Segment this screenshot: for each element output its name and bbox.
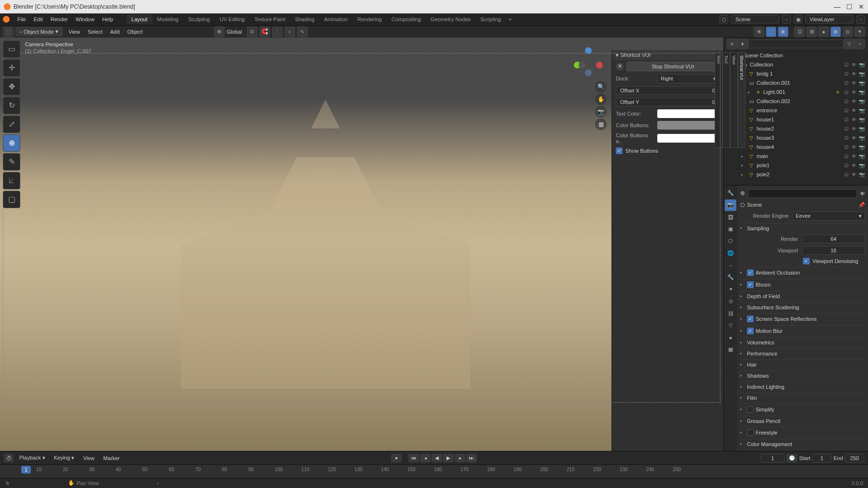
menu-help[interactable]: Help: [98, 16, 117, 22]
hide-toggle[interactable]: 👁: [851, 145, 857, 150]
world-tab-icon[interactable]: 🌐: [725, 248, 736, 259]
exclude-toggle[interactable]: ☑: [843, 99, 850, 104]
disclosure-icon[interactable]: ▸: [741, 163, 746, 168]
move-tool[interactable]: ✥: [3, 78, 20, 95]
disable-toggle[interactable]: 📷: [858, 80, 865, 86]
exclude-toggle[interactable]: ☑: [843, 163, 850, 168]
disable-toggle[interactable]: 📷: [858, 154, 865, 159]
hide-toggle[interactable]: 👁: [851, 90, 857, 95]
section-grease-pencil[interactable]: ▸Grease Pencil: [740, 416, 865, 426]
tree-row[interactable]: ▸▽pole2☑👁📷: [724, 170, 868, 179]
workspace-tab-scripting[interactable]: Scripting: [475, 14, 506, 24]
dock-dropdown[interactable]: Right ▾: [657, 74, 719, 83]
tree-row[interactable]: ▸▽main☑👁📷: [724, 152, 868, 161]
section-depth-of-field[interactable]: ▸Depth of Field: [740, 291, 865, 301]
menu-render[interactable]: Render: [47, 16, 72, 22]
clock-icon[interactable]: 🕐: [787, 454, 797, 462]
proportional-icon[interactable]: ○: [285, 26, 295, 37]
editor-type-icon[interactable]: ⬚: [3, 26, 14, 37]
perspective-icon[interactable]: ▦: [595, 119, 607, 130]
jump-end-icon[interactable]: ⏭: [466, 454, 477, 462]
disclosure-icon[interactable]: ▸: [741, 172, 746, 177]
pivot-icon[interactable]: ⊙: [247, 26, 258, 37]
marker-menu[interactable]: Marker: [100, 455, 122, 461]
section-checkbox[interactable]: ✓: [747, 316, 754, 322]
breadcrumb[interactable]: ⬡ Scene 📌: [740, 200, 865, 210]
section-checkbox[interactable]: ✓: [747, 328, 754, 334]
disable-toggle[interactable]: 📷: [858, 108, 865, 113]
camera-icon[interactable]: 📷: [595, 106, 607, 118]
scene-browse-icon[interactable]: ⬡: [719, 15, 728, 24]
play-icon[interactable]: ▶: [443, 454, 454, 462]
orientation-icon[interactable]: ⊕: [214, 26, 225, 37]
workspace-tab-compositing[interactable]: Compositing: [387, 14, 426, 24]
scale-tool[interactable]: ⤢: [3, 116, 20, 133]
menu-object[interactable]: Object: [123, 29, 147, 35]
stop-shortcut-button[interactable]: Stop Shortcut VUr: [626, 62, 719, 71]
workspace-tab-sculpting[interactable]: Sculpting: [183, 14, 215, 24]
section-volumetrics[interactable]: ▸Volumetrics: [740, 337, 865, 347]
hide-toggle[interactable]: 👁: [851, 108, 857, 113]
timeline-editor-icon[interactable]: ⏱: [4, 454, 14, 462]
workspace-tab-texture-paint[interactable]: Texture Paint: [249, 14, 290, 24]
workspace-tab-geometry-nodes[interactable]: Geometry Nodes: [426, 14, 475, 24]
keyframe-next-icon[interactable]: ▸: [455, 454, 465, 462]
filter-icon[interactable]: ▽: [844, 39, 854, 49]
workspace-tab-rendering[interactable]: Rendering: [353, 14, 387, 24]
exclude-toggle[interactable]: ☑: [843, 135, 850, 141]
properties-search[interactable]: [748, 189, 857, 198]
select-tool[interactable]: ▭: [3, 40, 20, 58]
z-neg-axis-icon[interactable]: [585, 69, 592, 76]
section-motion-blur[interactable]: ▸✓Motion Blur: [740, 325, 865, 336]
options-icon[interactable]: ⚙: [740, 190, 745, 197]
disable-toggle[interactable]: 📷: [858, 172, 865, 177]
section-checkbox[interactable]: [747, 406, 754, 413]
snap-icon[interactable]: 🧲: [259, 26, 270, 37]
hide-toggle[interactable]: 👁: [851, 172, 857, 177]
viewlayer-new-icon[interactable]: ▫: [856, 15, 865, 24]
viewport-denoising-checkbox[interactable]: ✓: [803, 258, 810, 264]
x-axis-icon[interactable]: [596, 62, 603, 68]
disclosure-icon[interactable]: ▸: [741, 154, 746, 158]
hide-toggle[interactable]: 👁: [851, 163, 857, 168]
hide-toggle[interactable]: 👁: [851, 99, 857, 104]
exclude-toggle[interactable]: ☑: [843, 145, 850, 150]
keyframe-prev-icon[interactable]: ◂: [420, 454, 431, 462]
material-shading-icon[interactable]: ◉: [830, 26, 841, 37]
overlays-icon[interactable]: ◉: [778, 26, 788, 37]
n-panel-tab-item[interactable]: Item: [715, 52, 722, 148]
xray-icon[interactable]: ⊡: [794, 26, 805, 37]
disable-toggle[interactable]: 📷: [858, 145, 865, 150]
section-bloom[interactable]: ▸✓Bloom: [740, 279, 865, 290]
pan-icon[interactable]: ✋: [595, 93, 607, 105]
hide-toggle[interactable]: 👁: [851, 135, 857, 141]
playhead[interactable]: 1: [21, 466, 31, 474]
menu-window[interactable]: Window: [72, 16, 98, 22]
solid-shading-icon[interactable]: ●: [818, 26, 829, 37]
section-performance[interactable]: ▸Performance: [740, 348, 865, 358]
show-buttons-checkbox[interactable]: ✓: [616, 147, 623, 154]
close-icon[interactable]: ✕: [616, 63, 624, 70]
view-menu[interactable]: View: [80, 455, 97, 461]
hide-toggle[interactable]: 👁: [851, 80, 857, 86]
menu-select[interactable]: Select: [84, 29, 107, 35]
exclude-toggle[interactable]: ☑: [843, 62, 850, 67]
hide-toggle[interactable]: 👁: [851, 126, 857, 132]
pin-icon[interactable]: 👁: [860, 191, 865, 197]
rotate-tool[interactable]: ↻: [3, 97, 20, 114]
new-collection-icon[interactable]: ▫: [854, 39, 865, 49]
workspace-tab-layout[interactable]: Layout: [127, 14, 152, 24]
viewport-samples-field[interactable]: 16: [802, 246, 865, 255]
menu-edit[interactable]: Edit: [30, 16, 47, 22]
hide-toggle[interactable]: 👁: [851, 62, 857, 67]
z-axis-icon[interactable]: [585, 47, 592, 54]
section-shadows[interactable]: ▸Shadows: [740, 370, 865, 381]
disclosure-icon[interactable]: ▸: [748, 90, 753, 94]
workspace-tab-shading[interactable]: Shading: [290, 14, 319, 24]
section-checkbox[interactable]: [747, 429, 754, 436]
disable-toggle[interactable]: 📷: [858, 99, 865, 104]
physics-tab-icon[interactable]: ⊙: [725, 296, 736, 307]
start-frame-field[interactable]: 1: [812, 454, 831, 462]
jump-start-icon[interactable]: ⏮: [408, 454, 419, 462]
particles-tab-icon[interactable]: ✦: [725, 284, 736, 295]
